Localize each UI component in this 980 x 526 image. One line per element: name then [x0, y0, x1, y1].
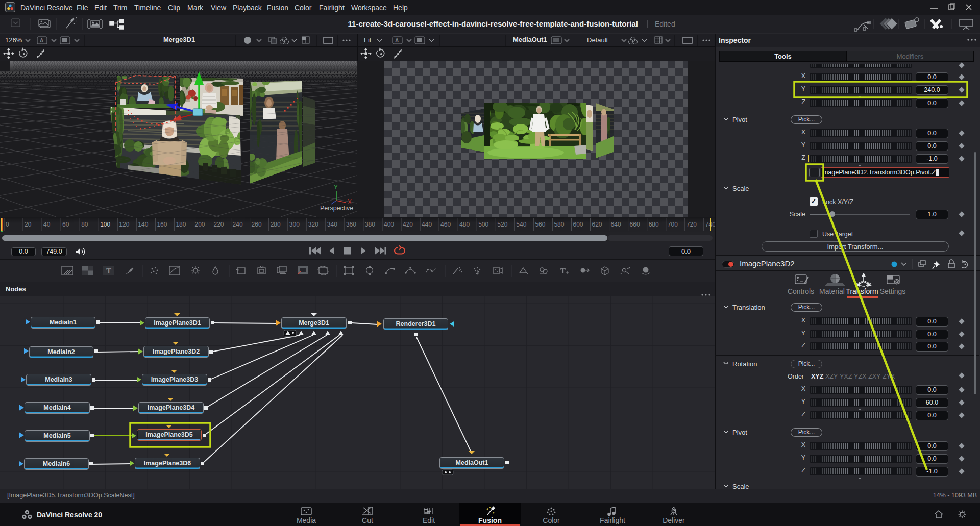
- svg-text:640: 640: [611, 221, 621, 228]
- svg-text:520: 520: [497, 221, 507, 228]
- svg-text:420: 420: [403, 221, 413, 228]
- svg-text:380: 380: [365, 221, 375, 228]
- svg-text:320: 320: [308, 221, 318, 228]
- svg-text:A: A: [395, 38, 399, 43]
- svg-text:220: 220: [214, 221, 224, 228]
- svg-text:340: 340: [327, 221, 337, 228]
- svg-text:620: 620: [592, 221, 602, 228]
- svg-text:700: 700: [668, 221, 678, 228]
- svg-text:120: 120: [119, 221, 129, 228]
- svg-text:440: 440: [422, 221, 432, 228]
- svg-text:Y: Y: [334, 184, 338, 191]
- svg-text:80: 80: [81, 221, 88, 228]
- svg-text:300: 300: [289, 221, 300, 228]
- svg-text:720: 720: [687, 221, 697, 228]
- svg-text:140: 140: [138, 221, 148, 228]
- svg-text:500: 500: [478, 221, 488, 228]
- svg-text:Perspective: Perspective: [320, 205, 353, 212]
- svg-text:400: 400: [384, 221, 394, 228]
- svg-text:360: 360: [346, 221, 356, 228]
- svg-text:60: 60: [62, 221, 69, 228]
- svg-text:240: 240: [233, 221, 243, 228]
- svg-text:740: 740: [705, 221, 715, 228]
- svg-text:680: 680: [649, 221, 659, 228]
- svg-text:0: 0: [6, 221, 9, 228]
- svg-text:40: 40: [43, 221, 51, 228]
- svg-text:560: 560: [535, 221, 545, 228]
- svg-text:20: 20: [24, 221, 32, 228]
- svg-text:A: A: [40, 38, 43, 43]
- svg-text:200: 200: [195, 221, 205, 228]
- svg-text:T: T: [106, 267, 111, 275]
- svg-text:180: 180: [176, 221, 186, 228]
- svg-text:600: 600: [573, 221, 583, 228]
- svg-text:T: T: [560, 267, 566, 275]
- svg-text:280: 280: [271, 221, 281, 228]
- svg-text:160: 160: [157, 221, 167, 228]
- svg-text:540: 540: [516, 221, 526, 228]
- svg-text:660: 660: [630, 221, 640, 228]
- svg-text:260: 260: [252, 221, 262, 228]
- svg-text:460: 460: [440, 221, 451, 228]
- svg-text:580: 580: [554, 221, 564, 228]
- svg-text:480: 480: [459, 221, 470, 228]
- svg-text:100: 100: [100, 221, 110, 228]
